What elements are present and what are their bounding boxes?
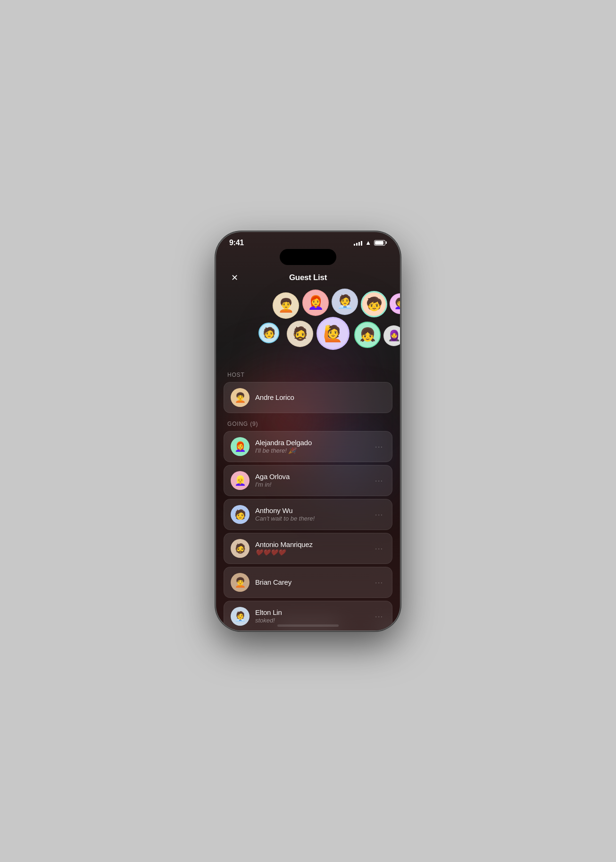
nav-bar: ✕ Guest List [216,265,400,289]
avatar-emoji: 👱‍♀️ [234,475,246,486]
signal-bar-3 [358,242,360,246]
signal-bar-4 [361,241,362,246]
avatar-bubble[interactable]: 🧒 [361,291,387,317]
avatar-emoji: 👧 [355,323,380,347]
guest-name: Brian Carey [255,578,367,586]
guest-card-antonio[interactable]: 🧔 Antonio Manriquez ❤️❤️❤️❤️ ··· [224,533,392,564]
avatar-bubble[interactable]: 🧔 [287,321,313,347]
avatar-emoji: 🧑‍💼 [333,290,357,314]
avatar-bubble[interactable]: 👧 [354,322,381,348]
avatar-bubble[interactable]: 👩‍🦰 [302,290,329,316]
guest-info: Brian Carey [255,578,367,586]
avatar-cluster-section: 🧑‍🦱 👩‍🦰 🧑‍💼 🧒 👩‍🦱 🧑 [216,289,400,364]
going-section: GOING (9) 👩‍🦰 Alejandra Delgado I'll be … [216,421,400,630]
close-button[interactable]: ✕ [227,271,241,285]
avatar-bubble[interactable]: 🧑‍🦱 [273,292,299,319]
battery-icon [374,240,387,246]
host-section-label: HOST [216,372,400,378]
guest-info: Andre Lorico [255,393,385,401]
avatar-emoji: 🧑‍🦱 [234,392,246,403]
guest-status: Can't wait to be there! [255,515,367,522]
guest-card-elton[interactable]: 🧑‍💼 Elton Lin stoked! ··· [224,601,392,630]
guest-card-aga[interactable]: 👱‍♀️ Aga Orlova I'm in! ··· [224,465,392,496]
avatar: 🧑‍🦱 [231,573,250,592]
signal-bar-1 [354,244,355,246]
guest-card-brian[interactable]: 🧑‍🦱 Brian Carey ··· [224,567,392,598]
avatar: 🧑‍💼 [231,607,250,626]
guest-name: Antonio Manriquez [255,540,367,548]
guest-info: Alejandra Delgado I'll be there! 🎉 [255,439,367,454]
guest-name: Elton Lin [255,608,367,616]
avatar-emoji: 👩‍🦰 [234,441,246,452]
dynamic-island [280,249,336,265]
avatar-emoji: 🧕 [384,326,400,345]
host-list: 🧑‍🦱 Andre Lorico [216,382,400,413]
avatar: 👩‍🦰 [231,437,250,456]
avatar: 🧑‍🦱 [231,388,250,407]
avatar-emoji: 🧑‍🦱 [274,293,298,318]
more-button[interactable]: ··· [373,509,385,520]
avatar-emoji: 🧑 [259,323,278,342]
avatar-bubble[interactable]: 🙋 [316,317,350,350]
avatar-cluster: 🧑‍🦱 👩‍🦰 🧑‍💼 🧒 👩‍🦱 🧑 [233,289,383,364]
guest-status: I'm in! [255,481,367,488]
avatar-emoji: 🧒 [362,292,386,316]
phone-screen: 9:41 ▲ ✕ [216,232,400,630]
guest-info: Antonio Manriquez ❤️❤️❤️❤️ [255,540,367,556]
avatar-emoji: 🧑‍💼 [234,611,246,622]
avatar-bubble[interactable]: 👩‍🦱 [390,293,400,314]
avatar-emoji: 👩‍🦱 [391,294,400,313]
guest-list: 👩‍🦰 Alejandra Delgado I'll be there! 🎉 ·… [216,431,400,630]
more-button[interactable]: ··· [373,543,385,554]
more-button[interactable]: ··· [373,441,385,452]
status-time: 9:41 [229,239,244,247]
guest-info: Anthony Wu Can't wait to be there! [255,506,367,522]
guest-info: Aga Orlova I'm in! [255,472,367,488]
avatar-emoji: 👩‍🦰 [303,290,328,315]
avatar-bubble[interactable]: 🧑‍💼 [332,289,358,315]
guest-card-anthony[interactable]: 🧑 Anthony Wu Can't wait to be there! ··· [224,499,392,530]
guest-status: stoked! [255,617,367,624]
avatar: 👱‍♀️ [231,471,250,490]
status-bar: 9:41 ▲ [216,232,400,247]
signal-bar-2 [356,243,358,246]
avatar-emoji: 🧑‍🦱 [234,577,246,588]
avatar-emoji: 🧑 [234,509,246,520]
guest-name: Alejandra Delgado [255,439,367,447]
avatar-emoji: 🧔 [234,543,246,554]
close-icon: ✕ [231,273,238,283]
signal-icon [354,240,362,246]
guest-status: ❤️❤️❤️❤️ [255,549,367,556]
host-section: HOST 🧑‍🦱 Andre Lorico [216,372,400,413]
guest-name: Anthony Wu [255,506,367,514]
guest-name: Andre Lorico [255,393,385,401]
avatar-bubble[interactable]: 🧕 [383,325,400,346]
avatar: 🧔 [231,539,250,558]
more-button[interactable]: ··· [373,611,385,622]
phone-frame: 9:41 ▲ ✕ [216,232,400,630]
guest-name: Aga Orlova [255,472,367,481]
avatar-emoji: 🧔 [288,322,312,346]
avatar: 🧑 [231,505,250,524]
avatar-emoji: 🙋 [318,318,348,348]
guest-info: Elton Lin stoked! [255,608,367,624]
guest-status: I'll be there! 🎉 [255,447,367,454]
more-button[interactable]: ··· [373,577,385,588]
nav-title: Guest List [289,273,327,282]
going-section-label: GOING (9) [216,421,400,427]
wifi-icon: ▲ [365,239,371,246]
guest-card-alejandra[interactable]: 👩‍🦰 Alejandra Delgado I'll be there! 🎉 ·… [224,431,392,462]
status-icons: ▲ [354,239,387,246]
host-card[interactable]: 🧑‍🦱 Andre Lorico [224,382,392,413]
more-button[interactable]: ··· [373,475,385,486]
avatar-bubble[interactable]: 🧑 [258,323,279,343]
